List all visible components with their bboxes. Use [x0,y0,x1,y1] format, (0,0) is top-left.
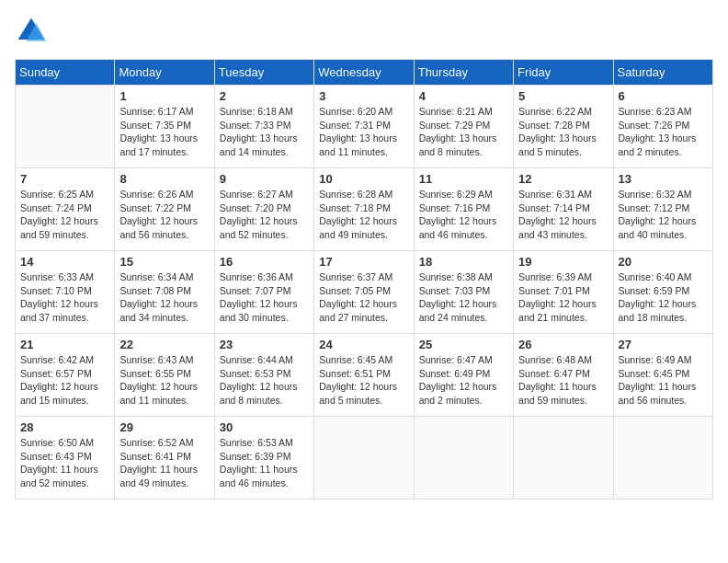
calendar-cell: 19Sunrise: 6:39 AMSunset: 7:01 PMDayligh… [514,251,613,334]
calendar-cell: 28Sunrise: 6:50 AMSunset: 6:43 PMDayligh… [16,417,115,500]
day-info: Sunrise: 6:37 AMSunset: 7:05 PMDaylight:… [319,270,408,325]
calendar-cell: 27Sunrise: 6:49 AMSunset: 6:45 PMDayligh… [613,334,712,417]
day-info: Sunrise: 6:44 AMSunset: 6:53 PMDaylight:… [220,353,309,408]
day-info: Sunrise: 6:36 AMSunset: 7:07 PMDaylight:… [220,270,309,325]
day-info: Sunrise: 6:50 AMSunset: 6:43 PMDaylight:… [20,436,109,490]
logo-icon [15,15,48,48]
day-info: Sunrise: 6:34 AMSunset: 7:08 PMDaylight:… [119,270,209,325]
day-of-week-header: Thursday [414,60,513,86]
calendar-cell [16,86,115,168]
calendar-cell: 25Sunrise: 6:47 AMSunset: 6:49 PMDayligh… [414,334,513,417]
day-number: 16 [220,255,309,269]
day-info: Sunrise: 6:38 AMSunset: 7:03 PMDaylight:… [419,270,508,325]
calendar-cell: 9Sunrise: 6:27 AMSunset: 7:20 PMDaylight… [214,168,313,251]
calendar-table: SundayMondayTuesdayWednesdayThursdayFrid… [15,59,713,500]
calendar-cell: 26Sunrise: 6:48 AMSunset: 6:47 PMDayligh… [514,334,613,417]
day-number: 30 [220,420,309,434]
day-info: Sunrise: 6:18 AMSunset: 7:33 PMDaylight:… [220,105,309,159]
day-number: 4 [419,89,508,103]
calendar-cell: 21Sunrise: 6:42 AMSunset: 6:57 PMDayligh… [16,334,115,417]
day-info: Sunrise: 6:39 AMSunset: 7:01 PMDaylight:… [518,270,608,325]
calendar-cell: 7Sunrise: 6:25 AMSunset: 7:24 PMDaylight… [16,168,115,251]
day-info: Sunrise: 6:27 AMSunset: 7:20 PMDaylight:… [220,188,309,242]
calendar-week-row: 21Sunrise: 6:42 AMSunset: 6:57 PMDayligh… [16,334,713,417]
day-info: Sunrise: 6:26 AMSunset: 7:22 PMDaylight:… [119,188,209,242]
day-number: 23 [220,338,309,351]
calendar-cell: 18Sunrise: 6:38 AMSunset: 7:03 PMDayligh… [414,251,513,334]
calendar-cell: 29Sunrise: 6:52 AMSunset: 6:41 PMDayligh… [115,417,214,500]
day-info: Sunrise: 6:20 AMSunset: 7:31 PMDaylight:… [319,105,408,159]
day-number: 1 [119,89,209,103]
day-number: 15 [119,255,209,269]
day-number: 20 [619,255,708,269]
day-number: 12 [518,172,608,186]
calendar-cell [414,417,513,500]
day-of-week-header: Tuesday [214,60,313,86]
day-info: Sunrise: 6:33 AMSunset: 7:10 PMDaylight:… [20,270,109,325]
calendar-cell: 8Sunrise: 6:26 AMSunset: 7:22 PMDaylight… [115,168,214,251]
calendar-cell: 16Sunrise: 6:36 AMSunset: 7:07 PMDayligh… [214,251,313,334]
calendar-cell: 20Sunrise: 6:40 AMSunset: 6:59 PMDayligh… [613,251,712,334]
logo [15,15,51,48]
calendar-cell [514,417,613,500]
calendar-week-row: 28Sunrise: 6:50 AMSunset: 6:43 PMDayligh… [16,417,713,500]
day-info: Sunrise: 6:49 AMSunset: 6:45 PMDaylight:… [619,353,708,408]
calendar-cell: 23Sunrise: 6:44 AMSunset: 6:53 PMDayligh… [214,334,313,417]
day-info: Sunrise: 6:17 AMSunset: 7:35 PMDaylight:… [119,105,209,159]
day-info: Sunrise: 6:48 AMSunset: 6:47 PMDaylight:… [518,353,608,408]
day-of-week-header: Saturday [613,60,712,86]
day-info: Sunrise: 6:53 AMSunset: 6:39 PMDaylight:… [220,436,309,490]
day-info: Sunrise: 6:45 AMSunset: 6:51 PMDaylight:… [319,353,408,408]
calendar-cell: 1Sunrise: 6:17 AMSunset: 7:35 PMDaylight… [115,86,214,168]
calendar-cell: 13Sunrise: 6:32 AMSunset: 7:12 PMDayligh… [613,168,712,251]
calendar-cell: 30Sunrise: 6:53 AMSunset: 6:39 PMDayligh… [214,417,313,500]
day-number: 28 [20,420,109,434]
calendar-week-row: 7Sunrise: 6:25 AMSunset: 7:24 PMDaylight… [16,168,713,251]
day-number: 7 [20,172,109,186]
day-of-week-header: Wednesday [314,60,414,86]
day-info: Sunrise: 6:43 AMSunset: 6:55 PMDaylight:… [119,353,209,408]
day-number: 26 [518,338,608,351]
day-info: Sunrise: 6:29 AMSunset: 7:16 PMDaylight:… [419,188,508,242]
day-info: Sunrise: 6:52 AMSunset: 6:41 PMDaylight:… [119,436,209,490]
day-number: 21 [20,338,109,351]
day-info: Sunrise: 6:21 AMSunset: 7:29 PMDaylight:… [419,105,508,159]
day-number: 18 [419,255,508,269]
calendar-cell: 17Sunrise: 6:37 AMSunset: 7:05 PMDayligh… [314,251,414,334]
day-number: 2 [220,89,309,103]
day-info: Sunrise: 6:23 AMSunset: 7:26 PMDaylight:… [619,105,708,159]
calendar-cell [613,417,712,500]
calendar-cell: 14Sunrise: 6:33 AMSunset: 7:10 PMDayligh… [16,251,115,334]
calendar-cell: 2Sunrise: 6:18 AMSunset: 7:33 PMDaylight… [214,86,313,168]
day-info: Sunrise: 6:42 AMSunset: 6:57 PMDaylight:… [20,353,109,408]
day-number: 10 [319,172,408,186]
day-of-week-header: Friday [514,60,613,86]
day-number: 25 [419,338,508,351]
day-number: 9 [220,172,309,186]
calendar-cell: 15Sunrise: 6:34 AMSunset: 7:08 PMDayligh… [115,251,214,334]
day-of-week-header: Monday [115,60,214,86]
day-info: Sunrise: 6:31 AMSunset: 7:14 PMDaylight:… [518,188,608,242]
day-number: 5 [518,89,608,103]
day-info: Sunrise: 6:40 AMSunset: 6:59 PMDaylight:… [619,270,708,325]
day-info: Sunrise: 6:25 AMSunset: 7:24 PMDaylight:… [20,188,109,242]
day-number: 11 [419,172,508,186]
calendar-cell: 5Sunrise: 6:22 AMSunset: 7:28 PMDaylight… [514,86,613,168]
page-header [15,15,713,48]
day-info: Sunrise: 6:32 AMSunset: 7:12 PMDaylight:… [619,188,708,242]
calendar-cell: 3Sunrise: 6:20 AMSunset: 7:31 PMDaylight… [314,86,414,168]
calendar-cell: 22Sunrise: 6:43 AMSunset: 6:55 PMDayligh… [115,334,214,417]
day-number: 8 [119,172,209,186]
calendar-cell: 4Sunrise: 6:21 AMSunset: 7:29 PMDaylight… [414,86,513,168]
day-number: 14 [20,255,109,269]
day-number: 24 [319,338,408,351]
day-number: 29 [119,420,209,434]
day-number: 13 [619,172,708,186]
day-number: 22 [119,338,209,351]
day-number: 6 [619,89,708,103]
day-info: Sunrise: 6:47 AMSunset: 6:49 PMDaylight:… [419,353,508,408]
day-number: 3 [319,89,408,103]
calendar-week-row: 1Sunrise: 6:17 AMSunset: 7:35 PMDaylight… [16,86,713,168]
calendar-cell: 6Sunrise: 6:23 AMSunset: 7:26 PMDaylight… [613,86,712,168]
day-of-week-header: Sunday [16,60,115,86]
